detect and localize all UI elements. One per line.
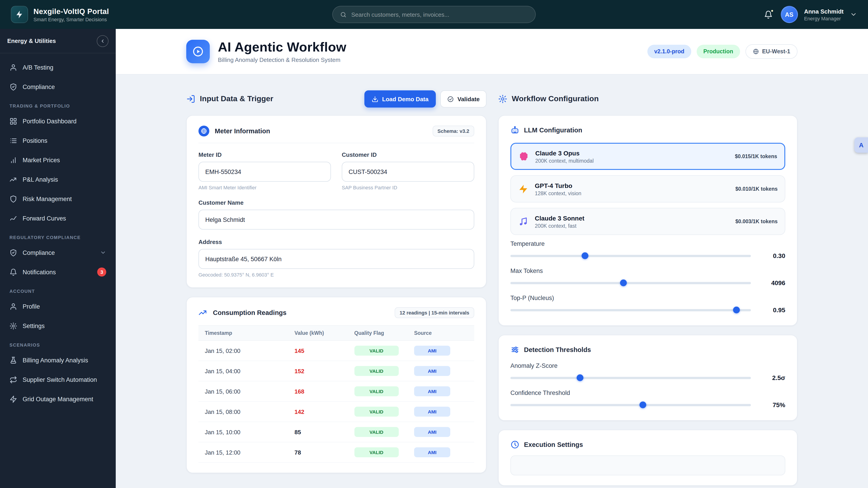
global-search[interactable] bbox=[332, 6, 536, 23]
avatar[interactable]: AS bbox=[780, 6, 798, 23]
slider-value: 75% bbox=[759, 401, 785, 409]
sidebar-item-profile[interactable]: Profile bbox=[4, 297, 111, 315]
sidebar-collapse-button[interactable] bbox=[97, 35, 108, 47]
column-value: Value (kWh) bbox=[294, 330, 354, 336]
column-timestamp: Timestamp bbox=[205, 330, 294, 336]
shield-check-icon bbox=[9, 83, 17, 91]
slider-value: 4096 bbox=[759, 279, 785, 287]
detection-thresholds-card: Detection Thresholds Anomaly Z-Score 2.5… bbox=[498, 335, 798, 421]
trending-up-icon bbox=[198, 308, 208, 317]
sidebar-section-regulatory-compliance: REGULATORY COMPLIANCE bbox=[4, 229, 111, 242]
sidebar-item-forward-curves[interactable]: Forward Curves bbox=[4, 209, 111, 227]
reading-row: Jan 15, 04:00 152 VALID AMI bbox=[198, 361, 474, 381]
reading-row: Jan 15, 10:00 85 VALID AMI bbox=[198, 422, 474, 442]
source-badge: AMI bbox=[414, 346, 450, 356]
sidebar-item-risk-management[interactable]: Risk Management bbox=[4, 190, 111, 208]
model-option-gpt-4-turbo[interactable]: GPT-4 Turbo 128K context, vision $0.010/… bbox=[510, 175, 785, 202]
slider-track[interactable] bbox=[510, 255, 751, 257]
input-section-header: Input Data & Trigger Load Demo Data Vali… bbox=[186, 90, 487, 108]
workflow-section-title: Workflow Configuration bbox=[512, 94, 599, 103]
customer-name-input[interactable] bbox=[198, 210, 474, 230]
slider-track[interactable] bbox=[510, 377, 751, 379]
curve-icon bbox=[9, 215, 17, 222]
sidebar-section-trading-portfolio: TRADING & PORTFOLIO bbox=[4, 97, 111, 111]
zap-icon bbox=[9, 395, 17, 403]
slider-thumb[interactable] bbox=[733, 306, 740, 313]
customer-id-field-group: Customer ID SAP Business Partner ID bbox=[342, 151, 474, 190]
sidebar-item-notifications[interactable]: Notifications 3 bbox=[4, 263, 111, 281]
slider-thumb[interactable] bbox=[639, 401, 646, 408]
execution-card-title: Execution Settings bbox=[524, 441, 583, 448]
page-header-band: AI Agentic Workflow Billing Anomaly Dete… bbox=[116, 29, 868, 74]
meter-card-title: Meter Information bbox=[215, 127, 270, 135]
sliders-icon bbox=[510, 345, 520, 354]
slider-thumb[interactable] bbox=[577, 375, 584, 381]
floating-translate-widget[interactable]: A bbox=[855, 137, 868, 153]
chevron-left-icon bbox=[100, 38, 105, 43]
model-option-claude-3-sonnet[interactable]: Claude 3 Sonnet 200K context, fast $0.00… bbox=[510, 208, 785, 235]
sidebar-item-ab-testing[interactable]: A/B Testing bbox=[4, 58, 111, 76]
chevron-down-icon bbox=[100, 250, 106, 256]
globe-icon bbox=[752, 48, 759, 55]
quality-badge: VALID bbox=[354, 407, 399, 417]
sidebar-item-compliance[interactable]: Compliance bbox=[4, 78, 111, 96]
check-circle-icon bbox=[447, 96, 454, 102]
search-input[interactable] bbox=[351, 11, 528, 18]
sidebar-item-supplier-switch-automation[interactable]: Supplier Switch Automation bbox=[4, 370, 111, 389]
execution-settings-card: Execution Settings bbox=[498, 430, 798, 486]
address-label: Address bbox=[198, 238, 474, 246]
bolt-logo-icon bbox=[11, 6, 28, 23]
slider-track[interactable] bbox=[510, 282, 751, 284]
model-price: $0.015/1K tokens bbox=[735, 154, 777, 159]
reading-row: Jan 15, 08:00 142 VALID AMI bbox=[198, 402, 474, 422]
sidebar-header: Energy & Utilities bbox=[0, 29, 116, 53]
sidebar-item-grid-outage-management[interactable]: Grid Outage Management bbox=[4, 390, 111, 408]
slider-track[interactable] bbox=[510, 404, 751, 406]
sidebar-item-pnl-analysis[interactable]: P&L Analysis bbox=[4, 170, 111, 188]
sidebar-item-settings[interactable]: Settings bbox=[4, 317, 111, 335]
globe-icon bbox=[201, 128, 207, 134]
slider-track[interactable] bbox=[510, 309, 751, 311]
source-badge: AMI bbox=[414, 427, 450, 437]
bolt-icon bbox=[518, 184, 528, 194]
source-badge: AMI bbox=[414, 386, 450, 396]
globe-icon bbox=[198, 126, 209, 136]
sidebar-item-billing-anomaly-analysis[interactable]: Billing Anomaly Analysis bbox=[4, 351, 111, 369]
notifications-bell-button[interactable] bbox=[762, 8, 774, 21]
anomaly-z-score-slider: Anomaly Z-Score 2.5σ bbox=[510, 362, 785, 381]
sidebar-section-scenarios: SCENARIOS bbox=[4, 336, 111, 350]
customer-id-label: Customer ID bbox=[342, 151, 474, 158]
readings-card-title: Consumption Readings bbox=[213, 309, 286, 316]
load-demo-data-button[interactable]: Load Demo Data bbox=[365, 90, 436, 107]
page-title: AI Agentic Workflow bbox=[218, 40, 346, 55]
search-icon bbox=[340, 11, 347, 18]
user-meta: Anna Schmidt Energy Manager bbox=[804, 8, 844, 21]
schema-version-badge: Schema: v3.2 bbox=[432, 126, 474, 136]
bell-icon bbox=[9, 268, 17, 276]
list-icon bbox=[9, 137, 17, 144]
slider-thumb[interactable] bbox=[620, 280, 627, 286]
address-input[interactable] bbox=[198, 249, 474, 269]
model-option-claude-3-opus[interactable]: Claude 3 Opus 200K context, multimodal $… bbox=[510, 143, 785, 170]
gear-icon bbox=[9, 322, 17, 330]
customer-id-input[interactable] bbox=[342, 162, 474, 182]
max-tokens-slider: Max Tokens 4096 bbox=[510, 267, 785, 287]
sidebar-item-market-prices[interactable]: Market Prices bbox=[4, 151, 111, 169]
sidebar-item-portfolio-dashboard[interactable]: Portfolio Dashboard bbox=[4, 112, 111, 130]
chevron-down-icon[interactable] bbox=[850, 11, 857, 18]
sidebar-section-account: ACCOUNT bbox=[4, 283, 111, 296]
workflow-app-icon bbox=[186, 40, 210, 63]
sidebar-item-positions[interactable]: Positions bbox=[4, 131, 111, 150]
play-circle-icon bbox=[192, 46, 204, 57]
environment-badge: Production bbox=[697, 45, 740, 58]
validate-button[interactable]: Validate bbox=[440, 90, 487, 107]
user-name: Anna Schmidt bbox=[804, 8, 844, 15]
slider-thumb[interactable] bbox=[582, 252, 588, 259]
readings-count-badge: 12 readings | 15-min intervals bbox=[395, 307, 474, 318]
temperature-slider: Temperature 0.30 bbox=[510, 240, 785, 259]
sidebar-item-compliance-group[interactable]: Compliance bbox=[4, 243, 111, 262]
customer-id-helper: SAP Business Partner ID bbox=[342, 185, 474, 190]
customer-name-label: Customer Name bbox=[198, 199, 474, 206]
meter-id-input[interactable] bbox=[198, 162, 331, 182]
page-subtitle: Billing Anomaly Detection & Resolution S… bbox=[218, 57, 346, 63]
